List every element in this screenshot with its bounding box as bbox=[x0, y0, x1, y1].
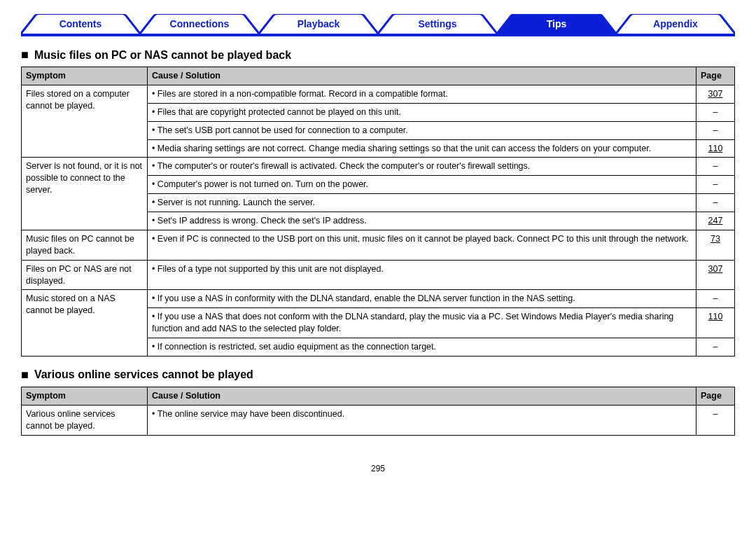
symptom-cell: Music stored on a NAS cannot be played. bbox=[22, 290, 148, 357]
tab-settings[interactable]: Settings bbox=[378, 14, 497, 34]
cause-cell: The computer's or router's firewall is a… bbox=[148, 158, 696, 176]
tab-label: Tips bbox=[547, 18, 567, 29]
cause-cell: If you use a NAS that does not conform w… bbox=[148, 308, 696, 338]
tab-playback[interactable]: Playback bbox=[259, 14, 378, 34]
table-row: Server is not found, or it is not possib… bbox=[22, 158, 735, 176]
tab-connections[interactable]: Connections bbox=[140, 14, 259, 34]
page-cell: – bbox=[696, 290, 735, 308]
troubleshooting-table: SymptomCause / SolutionPageVarious onlin… bbox=[21, 387, 735, 436]
page-cell: – bbox=[696, 158, 735, 176]
tab-label: Connections bbox=[170, 18, 230, 29]
page-link[interactable]: 247 bbox=[708, 216, 723, 226]
content-sections: ■ Music files on PC or NAS cannot be pla… bbox=[21, 48, 735, 436]
tab-label: Appendix bbox=[653, 18, 698, 29]
top-tabbar: Contents Connections Playback Settings T… bbox=[21, 14, 735, 36]
col-cause: Cause / Solution bbox=[148, 387, 696, 405]
section-heading: ■ Music files on PC or NAS cannot be pla… bbox=[21, 48, 735, 62]
symptom-cell: Server is not found, or it is not possib… bbox=[22, 158, 148, 230]
table-row: Music stored on a NAS cannot be played.I… bbox=[22, 290, 735, 308]
square-bullet-icon: ■ bbox=[21, 368, 29, 382]
symptom-cell: Files on PC or NAS are not displayed. bbox=[22, 260, 148, 290]
page-cell: 247 bbox=[696, 212, 735, 230]
cause-cell: Set's IP address is wrong. Check the set… bbox=[148, 212, 696, 230]
page-cell: 110 bbox=[696, 139, 735, 158]
page-cell: – bbox=[696, 338, 735, 357]
page-cell: 110 bbox=[696, 308, 735, 338]
square-bullet-icon: ■ bbox=[21, 48, 29, 62]
col-page: Page bbox=[696, 387, 735, 405]
page-cell: – bbox=[696, 103, 735, 121]
cause-cell: If connection is restricted, set audio e… bbox=[148, 338, 696, 357]
cause-cell: Server is not running. Launch the server… bbox=[148, 194, 696, 212]
section-heading: ■ Various online services cannot be play… bbox=[21, 368, 735, 382]
cause-cell: The online service may have been discont… bbox=[148, 405, 696, 435]
page-cell: – bbox=[696, 194, 735, 212]
page-cell: 73 bbox=[696, 230, 735, 260]
page-link[interactable]: 73 bbox=[710, 234, 720, 244]
tab-label: Contents bbox=[59, 18, 102, 29]
table-row: Files stored on a computer cannot be pla… bbox=[22, 85, 735, 103]
tab-label: Settings bbox=[418, 18, 456, 29]
cause-cell: Files are stored in a non-compatible for… bbox=[148, 85, 696, 103]
tab-label: Playback bbox=[298, 18, 340, 29]
page-cell: 307 bbox=[696, 260, 735, 290]
troubleshooting-table: SymptomCause / SolutionPageFiles stored … bbox=[21, 67, 735, 357]
col-page: Page bbox=[696, 67, 735, 85]
symptom-cell: Music files on PC cannot be played back. bbox=[22, 230, 148, 260]
cause-cell: Media sharing settings are not correct. … bbox=[148, 139, 696, 158]
col-symptom: Symptom bbox=[22, 387, 148, 405]
section-title: Music files on PC or NAS cannot be playe… bbox=[34, 49, 291, 62]
page-cell: – bbox=[696, 121, 735, 139]
page-number: 295 bbox=[21, 464, 735, 473]
cause-cell: Computer's power is not turned on. Turn … bbox=[148, 176, 696, 194]
cause-cell: If you use a NAS in conformity with the … bbox=[148, 290, 696, 308]
symptom-cell: Files stored on a computer cannot be pla… bbox=[22, 85, 148, 158]
col-symptom: Symptom bbox=[22, 67, 148, 85]
section-title: Various online services cannot be played bbox=[34, 368, 253, 381]
page-link[interactable]: 110 bbox=[708, 312, 723, 321]
cause-cell: Even if PC is connected to the USB port … bbox=[148, 230, 696, 260]
cause-cell: Files of a type not supported by this un… bbox=[148, 260, 696, 290]
symptom-cell: Various online services cannot be played… bbox=[22, 405, 148, 435]
tab-tips[interactable]: Tips bbox=[497, 14, 616, 34]
tab-contents[interactable]: Contents bbox=[21, 14, 140, 34]
page-container: Contents Connections Playback Settings T… bbox=[0, 0, 756, 480]
page-cell: 307 bbox=[696, 85, 735, 103]
tab-appendix[interactable]: Appendix bbox=[616, 14, 735, 34]
col-cause: Cause / Solution bbox=[148, 67, 696, 85]
table-row: Files on PC or NAS are not displayed.Fil… bbox=[22, 260, 735, 290]
cause-cell: The set's USB port cannot be used for co… bbox=[148, 121, 696, 139]
page-link[interactable]: 110 bbox=[708, 144, 723, 153]
page-cell: – bbox=[696, 176, 735, 194]
cause-cell: Files that are copyright protected canno… bbox=[148, 103, 696, 121]
page-cell: – bbox=[696, 405, 735, 435]
page-link[interactable]: 307 bbox=[708, 264, 723, 274]
page-link[interactable]: 307 bbox=[708, 89, 723, 99]
table-row: Various online services cannot be played… bbox=[22, 405, 735, 435]
table-row: Music files on PC cannot be played back.… bbox=[22, 230, 735, 260]
